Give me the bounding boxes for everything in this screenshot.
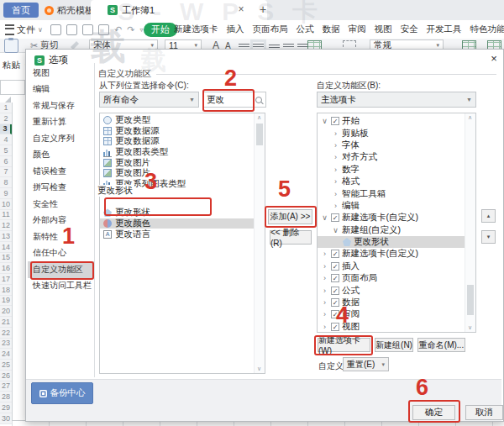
output-icon[interactable]	[66, 24, 77, 35]
chevron-collapsed-icon[interactable]: ›	[332, 141, 339, 150]
row-header-19[interactable]: 19	[0, 296, 12, 307]
chevron-collapsed-icon[interactable]: ›	[332, 202, 339, 210]
ribbon-target-select[interactable]: 主选项卡 ▼	[317, 92, 476, 108]
row-header-20[interactable]: 20	[0, 306, 12, 317]
tree-item[interactable]: ›智能工具箱	[318, 187, 475, 199]
command-item[interactable]: 更改类型	[100, 115, 265, 126]
row-header-27[interactable]: 27	[0, 381, 12, 392]
row-header-15[interactable]: 15	[0, 253, 12, 264]
ribbon-tab-页面布局[interactable]: 页面布局	[253, 24, 288, 35]
row-header-25[interactable]: 25	[0, 360, 12, 371]
checkbox-checked[interactable]: ✓	[331, 274, 339, 282]
command-list-scrollbar[interactable]: ∧ ∨	[254, 113, 265, 373]
reset-button[interactable]: 重置(E) ▾	[343, 357, 389, 371]
row-header-16[interactable]: 16	[0, 263, 12, 274]
ribbon-tab-插入[interactable]: 插入	[227, 24, 244, 35]
tree-item[interactable]: ›✓插入	[318, 260, 475, 272]
row-header-1[interactable]: 1	[0, 103, 12, 113]
row-header-5[interactable]: 5	[0, 145, 12, 156]
command-item[interactable]: 更改颜色	[100, 218, 265, 229]
row-header-24[interactable]: 24	[0, 349, 12, 360]
command-source-select[interactable]: 所有命令 ▼	[99, 92, 199, 108]
tree-item[interactable]: ›格式	[318, 176, 475, 187]
tree-item[interactable]: 更改形状	[318, 236, 475, 248]
tab-docer[interactable]: 稻壳模板	[40, 0, 97, 20]
more-icon[interactable]: ▿	[139, 26, 143, 34]
command-item[interactable]: A更改语言	[100, 229, 265, 239]
sidebar-item-视图[interactable]: 视图	[28, 65, 94, 82]
sidebar-item-安全性[interactable]: 安全性	[28, 196, 94, 213]
row-header-8[interactable]: 8	[0, 177, 12, 188]
ribbon-tab-审阅[interactable]: 审阅	[349, 24, 366, 35]
ribbon-tab-特色功能[interactable]: 特色功能	[470, 24, 504, 35]
move-down-button[interactable]: ▾	[481, 230, 496, 244]
sidebar-item-拼写检查[interactable]: 拼写检查	[28, 180, 94, 197]
backup-center-button[interactable]: 备份中心	[31, 382, 93, 404]
chevron-collapsed-icon[interactable]: ›	[332, 129, 339, 138]
scroll-up-icon[interactable]: ∧	[465, 114, 475, 121]
row-header-22[interactable]: 22	[0, 328, 12, 339]
tree-item[interactable]: ›编辑	[318, 200, 475, 212]
sidebar-item-错误检查[interactable]: 错误检查	[28, 163, 94, 180]
ribbon-tab-视图[interactable]: 视图	[375, 24, 392, 35]
row-header-4[interactable]: 4	[0, 134, 12, 145]
redo-icon[interactable]: ↷	[127, 25, 134, 34]
new-group-button[interactable]: 新建组(N)	[375, 338, 413, 352]
sidebar-item-外部内容[interactable]: 外部内容	[28, 213, 94, 229]
row-header-11[interactable]: 11	[0, 210, 12, 221]
chevron-expanded-icon[interactable]: ∨	[321, 213, 328, 222]
tab-home[interactable]: 首页	[3, 3, 39, 18]
chevron-collapsed-icon[interactable]: ›	[332, 153, 339, 161]
tree-item[interactable]: ›数字	[318, 164, 475, 176]
sidebar-item-颜色[interactable]: 颜色	[28, 147, 94, 164]
chevron-collapsed-icon[interactable]: ›	[321, 274, 328, 282]
command-item[interactable]: 更改数据源	[100, 126, 265, 137]
chevron-collapsed-icon[interactable]: ›	[321, 323, 328, 331]
tab-start[interactable]: 开始	[144, 23, 177, 37]
sidebar-item-编辑[interactable]: 编辑	[28, 82, 94, 98]
row-header-12[interactable]: 12	[0, 220, 12, 231]
tree-item[interactable]: ›✓新建选项卡(自定义)	[318, 248, 475, 260]
checkbox-checked[interactable]: ✓	[331, 250, 339, 258]
command-list[interactable]: ∧ ∨ 更改类型更改数据源更改数据源更改图表类型更改图片更改图片更改系列图表类型…	[99, 113, 265, 374]
row-header-7[interactable]: 7	[0, 167, 12, 178]
tree-item[interactable]: ∨✓新建选项卡(自定义)	[318, 212, 475, 224]
chevron-expanded-icon[interactable]: ∨	[321, 117, 328, 125]
row-headers[interactable]: 1234567891011121314151617181920212223242…	[0, 103, 13, 424]
paste-button[interactable]: 粘贴 ▾	[3, 60, 29, 71]
sidebar-item-常规与保存[interactable]: 常规与保存	[28, 97, 94, 114]
row-header-6[interactable]: 6	[0, 156, 12, 167]
command-item[interactable]: 更改图表类型	[100, 147, 265, 158]
cancel-button[interactable]: 取消	[465, 405, 503, 420]
row-header-10[interactable]: 10	[0, 199, 12, 210]
row-header-3[interactable]: 3	[0, 124, 12, 135]
chevron-collapsed-icon[interactable]: ›	[332, 177, 339, 186]
paste-icon[interactable]	[4, 39, 18, 53]
ribbon-tab-安全[interactable]: 安全	[401, 24, 418, 35]
undo-icon[interactable]: ↶	[114, 25, 122, 34]
checkbox-checked[interactable]: ✓	[331, 213, 339, 222]
tree-scrollbar[interactable]: ∧ ∨	[465, 113, 475, 332]
search-icon[interactable]	[255, 97, 262, 103]
name-box[interactable]	[0, 80, 25, 95]
scrollbar-thumb[interactable]	[467, 285, 474, 315]
tab-close-icon[interactable]: ×	[235, 3, 247, 15]
new-tab-icon[interactable]: +	[256, 3, 270, 16]
scroll-down-icon[interactable]: ∨	[255, 366, 264, 372]
scrollbar-thumb[interactable]	[256, 124, 263, 145]
preview-icon[interactable]	[98, 24, 109, 35]
tree-item[interactable]: ∨新建组(自定义)	[318, 224, 475, 236]
checkbox-checked[interactable]: ✓	[331, 287, 339, 295]
chevron-collapsed-icon[interactable]: ›	[321, 310, 328, 318]
chevron-collapsed-icon[interactable]: ›	[321, 262, 328, 271]
chevron-collapsed-icon[interactable]: ›	[321, 298, 328, 307]
ribbon-tab-公式[interactable]: 公式	[297, 24, 314, 35]
chevron-collapsed-icon[interactable]: ›	[321, 250, 328, 258]
checkbox-checked[interactable]: ✓	[331, 262, 339, 271]
row-header-26[interactable]: 26	[0, 371, 12, 381]
command-item[interactable]: 更改数据源	[100, 136, 265, 147]
row-header-13[interactable]: 13	[0, 231, 12, 242]
file-menu[interactable]: 文件 ∨	[5, 20, 43, 39]
save-icon[interactable]	[50, 24, 61, 35]
tree-item[interactable]: ›字体	[318, 139, 475, 151]
